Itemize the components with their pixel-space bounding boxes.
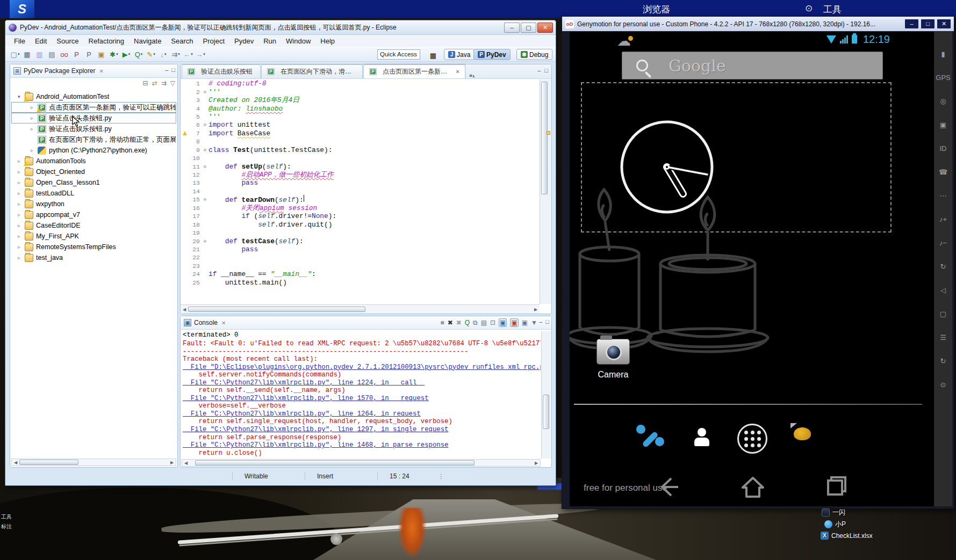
console-line[interactable]: File "C:\Python27\lib\xmlrpclib.py", lin… [183, 395, 541, 403]
run-icon[interactable]: ▶▾ [121, 49, 132, 60]
save-all-icon[interactable]: ▥ [34, 49, 45, 60]
tree-item[interactable]: ▾ Android_AutomationTest [11, 91, 176, 102]
pin-console-icon[interactable]: ▣ [499, 318, 507, 327]
tools-dropdown-icon[interactable]: ⊙ [805, 3, 813, 14]
save-icon[interactable]: ▦ [22, 49, 33, 60]
screencast-icon[interactable]: ▣ [940, 121, 946, 132]
menu-item[interactable]: Window [282, 36, 315, 46]
new-wizard-icon[interactable]: ▢▾ [10, 49, 20, 60]
view-close-icon[interactable]: ✕ [221, 320, 226, 326]
code-line[interactable]: 18 self.driver.quit() [181, 220, 540, 228]
fold-marker[interactable]: ⊖ [202, 147, 209, 153]
volume-down-icon[interactable]: ♪− [939, 239, 947, 250]
expand-arrow[interactable]: ▹ [18, 255, 25, 260]
maximize-button[interactable]: ▢ [521, 23, 536, 33]
browser-app-icon[interactable] [839, 424, 869, 456]
recents-button[interactable] [823, 474, 849, 500]
scroll-thumb[interactable] [188, 307, 365, 312]
scroll-thumb[interactable] [543, 395, 549, 429]
menu-item[interactable]: File [10, 36, 30, 46]
clear-icon[interactable]: ▤ [481, 319, 487, 326]
console-line[interactable]: self.server.notifyCommands(commands) [183, 371, 541, 379]
show-on-stderr-icon[interactable]: ▣ [510, 318, 518, 327]
camera-app[interactable]: Camera [581, 339, 645, 380]
console-line[interactable]: return self.parse_response(response) [183, 434, 541, 442]
editor-tab[interactable]: 验证点击娱乐按钮 [182, 64, 261, 78]
expand-arrow[interactable]: ▹ [18, 201, 25, 207]
menu-item[interactable]: Edit [31, 36, 51, 46]
explorer-hscrollbar[interactable]: ◀ ▶ [11, 459, 176, 466]
statusbar-menu-icon[interactable]: ⋮ [438, 472, 444, 480]
menu-item[interactable]: Search [167, 36, 197, 46]
expand-arrow[interactable]: ▹ [31, 115, 38, 121]
gps-label[interactable]: GPS [936, 74, 950, 84]
editor-hscrollbar[interactable]: ◀ ▶ [181, 304, 540, 314]
scroll-lock-icon[interactable]: ⊡ [490, 319, 495, 326]
tree-item[interactable]: ▹ python (C:\Python27\python.exe) [11, 145, 176, 156]
console-line[interactable]: verbose=self.__verbose [183, 402, 541, 410]
perspective-debug[interactable]: ✱Debug [516, 49, 552, 60]
code-line[interactable]: 24 if __name__ == "__main__": [181, 270, 540, 278]
tree-item[interactable]: ▹ testLoadDLL [11, 188, 176, 199]
display-console-icon[interactable]: ▼ [531, 319, 537, 326]
eclipse-titlebar[interactable]: PyDev - Android_AutomationTest/点击页面区第一条新… [5, 20, 556, 35]
console-line[interactable]: return self.single_request(host, handler… [183, 418, 541, 426]
console-tab[interactable]: ▣ Console ✕ ■✖✖Q⧉▤⊡▣▣▣▼ – □ [181, 316, 551, 330]
code-line[interactable]: 5 ''' [181, 113, 540, 121]
tree-item[interactable]: ▹ test_java [11, 252, 176, 263]
nav-back-icon[interactable]: ◁ [940, 286, 946, 297]
scroll-left-arrow[interactable]: ◀ [182, 461, 190, 466]
tree-item[interactable]: ▹ 验证点击娱乐按钮.py [11, 123, 176, 134]
pydev-run-icon[interactable]: P [84, 49, 95, 60]
tree-item[interactable]: ▹ Open_Class_lesson1 [11, 177, 176, 188]
scroll-thumb[interactable] [19, 460, 78, 465]
tree-item[interactable]: ▹ 点击页面区第一条新闻，验证可以正确跳转到新闻页面… [11, 102, 176, 113]
code-line[interactable]: 8 [181, 137, 540, 146]
expand-arrow[interactable]: ▹ [31, 148, 38, 153]
console-line[interactable]: ----------------------------------------… [183, 348, 541, 356]
fold-marker[interactable]: ⊖ [202, 122, 209, 128]
browser-menu[interactable]: 浏览器 [643, 3, 670, 16]
editor-maximize-icon[interactable]: □ [544, 67, 548, 74]
console-line[interactable]: return u.close() [183, 449, 541, 457]
code-line[interactable]: 14 [181, 187, 540, 195]
open-package-icon[interactable]: ▣ [96, 49, 107, 60]
scroll-left-arrow[interactable]: ◀ [12, 460, 19, 465]
editor-vscrollbar[interactable] [540, 79, 551, 304]
code-line[interactable]: 10 [181, 154, 540, 162]
code-line[interactable]: 20 ⊖ def testCase(self): [181, 237, 540, 245]
code-line[interactable]: 6 ⊖ import unittest [181, 121, 540, 129]
close-button[interactable]: ✕ [537, 23, 553, 33]
scroll-thumb[interactable] [541, 82, 548, 194]
google-search-bar[interactable]: Google [622, 52, 883, 79]
menu-item[interactable]: Help [316, 36, 339, 46]
phone-app-icon[interactable] [635, 424, 665, 456]
expand-arrow[interactable]: ▹ [18, 212, 25, 217]
code-line[interactable]: 16 #关闭appium session [181, 204, 540, 212]
console-vscrollbar[interactable] [541, 331, 551, 459]
view-maximize-icon[interactable]: □ [171, 67, 175, 73]
tools-menu[interactable]: 工具 [823, 3, 842, 16]
editor-minimize-icon[interactable]: – [537, 67, 541, 74]
volume-up-icon[interactable]: ♪+ [939, 215, 947, 226]
console-line[interactable]: File "D:\Eclipse\plugins\org.python.pyde… [183, 363, 541, 372]
app-drawer-icon[interactable] [737, 424, 767, 456]
code-line[interactable]: 19 [181, 229, 540, 237]
collapse-all-icon[interactable]: ⊟ [143, 79, 148, 87]
maximize-button[interactable]: □ [921, 19, 935, 29]
battery-icon[interactable]: ▮ [941, 50, 945, 61]
close-button[interactable]: ✕ [937, 19, 951, 29]
annotate-icon[interactable]: ✎▾ [146, 49, 156, 60]
scroll-right-arrow[interactable]: ▶ [532, 307, 540, 312]
contacts-app-icon[interactable] [686, 424, 716, 456]
tree-item[interactable]: ▹ My_First_APK [11, 231, 176, 242]
code-line[interactable]: 25 unittest.main() [181, 279, 540, 287]
view-minimize-icon[interactable]: – [165, 67, 168, 73]
coverage-icon[interactable]: Q▾ [133, 49, 144, 60]
remove-all-icon[interactable]: ✖ [456, 319, 462, 326]
menu-item[interactable]: Pydev [230, 36, 258, 46]
fold-marker[interactable]: ⊖ [202, 164, 209, 170]
tree-item[interactable]: ▹ 验证点击头条按钮.py [11, 113, 176, 123]
code-line[interactable]: 2 ⊖ ''' [181, 88, 540, 96]
scroll-thumb[interactable] [195, 460, 475, 466]
